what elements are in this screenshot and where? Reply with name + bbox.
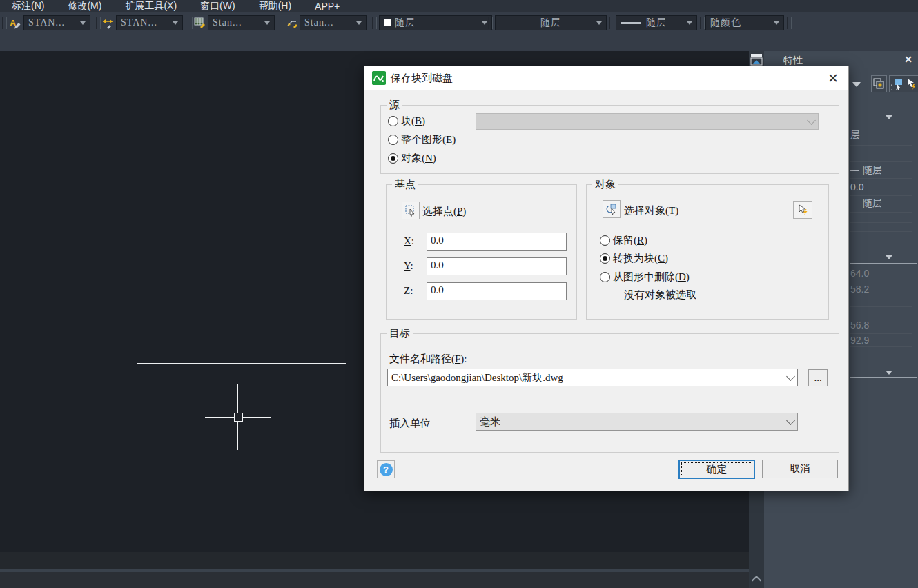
menu-item-window[interactable]: 窗口(W) [188,0,247,12]
radio-objects[interactable]: 对象(N) [388,152,436,165]
toolbar-grip[interactable] [188,17,193,29]
add-selection-button[interactable] [871,75,887,92]
drawn-rectangle-entity[interactable] [137,215,346,364]
color-swatch [384,19,391,26]
section-collapse-icon[interactable] [886,115,892,119]
menu-item-app-plus[interactable]: APP+ [303,1,351,12]
block-name-combo [476,113,819,130]
mleader-style-icon[interactable] [286,17,298,29]
menu-item-express-tools[interactable]: 扩展工具(X) [113,0,188,12]
linetype-combo[interactable]: 随层 [495,15,607,30]
chevron-down-icon [786,372,795,381]
menu-item-help[interactable]: 帮助(H) [247,0,303,12]
chevron-down-icon [80,21,86,25]
plot-style-combo[interactable]: 随颜色 [705,15,784,30]
row-separator [850,161,912,162]
toolbar-grip[interactable] [2,17,7,29]
select-objects-label: 选择对象(T) [624,204,678,217]
property-value[interactable]: 64.0 [850,267,918,280]
dialog-titlebar[interactable]: 保存块到磁盘 ✕ [364,66,848,90]
row-separator [850,178,912,179]
quick-select-icon [797,204,809,216]
radio-objects-label: 对象(N) [401,152,436,165]
menu-item-dimension[interactable]: 标注(N) [0,0,56,12]
text-style-value: STAN... [28,17,80,28]
y-input[interactable]: 0.0 [427,257,567,275]
select-objects-icon [605,203,618,215]
property-value[interactable]: 92.9 [850,334,918,346]
property-value[interactable]: 层 [850,129,918,141]
toolbar-grip[interactable] [700,17,705,29]
chevron-down-icon [482,21,487,25]
property-value[interactable]: 随层 [850,197,918,210]
dim-style-combo[interactable]: STAN... [116,15,183,30]
table-style-combo[interactable]: Stan... [208,15,275,30]
select-objects-button[interactable] [889,75,905,92]
chevron-down-icon[interactable] [852,82,861,87]
text-style-combo[interactable]: STAN... [23,15,90,30]
toolbar-grip[interactable] [372,17,377,29]
canvas-bottom-bar [0,552,749,569]
destination-group-label: 目标 [387,327,413,340]
radio-delete-from-drawing[interactable]: 从图形中删除(D) [600,271,690,284]
close-icon[interactable]: ✕ [828,70,839,86]
cancel-button[interactable]: 取消 [762,460,838,478]
radio-convert-to-block[interactable]: 转换为块(C) [600,252,668,265]
radio-retain[interactable]: 保留(R) [600,234,647,247]
filepath-combo[interactable]: C:\Users\gaodongjian\Desktop\新块.dwg [387,369,798,386]
radio-circle [388,135,398,145]
pick-point-icon [404,204,417,217]
x-input[interactable]: 0.0 [427,233,567,251]
close-icon[interactable]: ✕ [904,54,912,65]
ok-button[interactable]: 确定 [678,460,755,479]
chevron-down-icon [807,116,816,125]
toolbar-grip[interactable] [96,17,101,29]
color-combo[interactable]: 随层 [379,15,492,30]
toolbar-grip[interactable] [488,17,493,29]
dim-style-icon[interactable] [101,17,114,29]
lineweight-combo[interactable]: 随层 [616,15,697,30]
radio-block[interactable]: 块(B) [388,115,425,128]
mleader-style-combo[interactable]: Stan... [300,15,367,30]
scroll-up-button[interactable] [750,571,763,587]
row-separator [850,145,912,146]
lineweight-preview [621,22,641,24]
toolbar-grip[interactable] [609,17,614,29]
property-value[interactable]: 随层 [850,164,918,177]
select-objects-button[interactable] [603,200,621,218]
z-input[interactable]: 0.0 [427,282,567,300]
quick-select-button[interactable] [904,75,918,92]
objects-group-label: 对象 [592,178,618,191]
toolbar-grip[interactable] [280,17,284,29]
section-underline [850,126,917,126]
help-button[interactable]: ? [377,460,395,478]
radio-circle [388,153,398,164]
menu-item-modify[interactable]: 修改(M) [56,0,113,12]
radio-entire-drawing[interactable]: 整个图形(E) [388,133,456,146]
section-collapse-icon[interactable] [886,371,892,375]
command-area[interactable] [0,572,749,588]
insert-units-combo[interactable]: 毫米 [476,413,798,431]
radio-circle [388,116,398,126]
linetype-preview [850,170,859,171]
quick-select-button[interactable] [793,201,812,219]
section-collapse-icon[interactable] [886,255,892,259]
chevron-down-icon [264,21,270,25]
property-value[interactable]: 56.8 [850,319,918,331]
toolbar-grip[interactable] [787,17,792,29]
chevron-down-icon [596,21,602,25]
property-value[interactable]: 0.0 [850,181,918,193]
row-separator [850,222,912,223]
property-value[interactable]: 58.2 [850,283,918,295]
row-separator [850,212,912,213]
radio-convert-to-block-label: 转换为块(C) [613,252,668,265]
chevron-down-icon [774,21,779,25]
table-style-icon[interactable] [194,17,206,29]
app-window: 标注(N) 修改(M) 扩展工具(X) 窗口(W) 帮助(H) APP+ A S… [0,0,918,588]
row-separator [850,306,912,307]
browse-button[interactable]: ... [808,369,828,386]
pick-point-button[interactable] [402,202,420,219]
text-style-icon[interactable]: A [9,17,21,29]
chevron-up-icon [752,576,761,585]
basepoint-group-label: 基点 [392,178,418,191]
